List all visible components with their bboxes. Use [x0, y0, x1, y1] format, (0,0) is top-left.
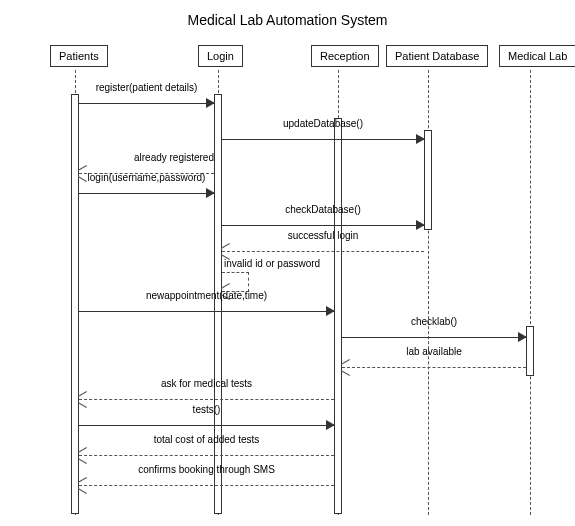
msg-label: checkDatabase() [222, 204, 424, 215]
lifeline-dash-medlab [530, 70, 531, 515]
activation-medlab [526, 326, 534, 376]
msg-checklab: checklab() [342, 330, 526, 346]
msg-label: already registered [79, 152, 214, 163]
msg-label: ask for medical tests [79, 378, 334, 389]
msg-lab-available: lab available [342, 360, 526, 376]
lifeline-medlab: Medical Lab [499, 45, 575, 67]
lifeline-reception: Reception [311, 45, 379, 67]
activation-reception [334, 118, 342, 514]
msg-label: login(username,password) [79, 172, 214, 183]
msg-label: successful login [222, 230, 424, 241]
activation-database [424, 130, 432, 230]
activation-patients [71, 94, 79, 514]
activation-login [214, 94, 222, 514]
msg-label: confirms booking through SMS [79, 464, 334, 475]
msg-label: register(patient details) [79, 82, 214, 93]
msg-label: tests() [79, 404, 334, 415]
msg-register: register(patient details) [79, 96, 214, 112]
msg-login: login(username,password) [79, 186, 214, 202]
lifeline-database: Patient Database [386, 45, 488, 67]
msg-tests: tests() [79, 418, 334, 434]
msg-label: newappointment(date,time) [79, 290, 334, 301]
msg-confirm-sms: confirms booking through SMS [79, 478, 334, 494]
msg-label: invalid id or password [224, 258, 320, 269]
msg-already-registered: already registered [79, 166, 214, 182]
msg-ask-tests: ask for medical tests [79, 392, 334, 408]
lifeline-login: Login [198, 45, 243, 67]
diagram-title: Medical Lab Automation System [0, 12, 575, 28]
lifeline-patients: Patients [50, 45, 108, 67]
msg-new-appointment: newappointment(date,time) [79, 304, 334, 320]
msg-label: lab available [342, 346, 526, 357]
msg-total-cost: total cost of added tests [79, 448, 334, 464]
msg-label: total cost of added tests [79, 434, 334, 445]
msg-check-database: checkDatabase() [222, 218, 424, 234]
sequence-diagram: Medical Lab Automation System Patients L… [0, 0, 575, 526]
msg-update-database: updateDatabase() [222, 132, 424, 148]
msg-label: updateDatabase() [222, 118, 424, 129]
msg-label: checklab() [342, 316, 526, 327]
